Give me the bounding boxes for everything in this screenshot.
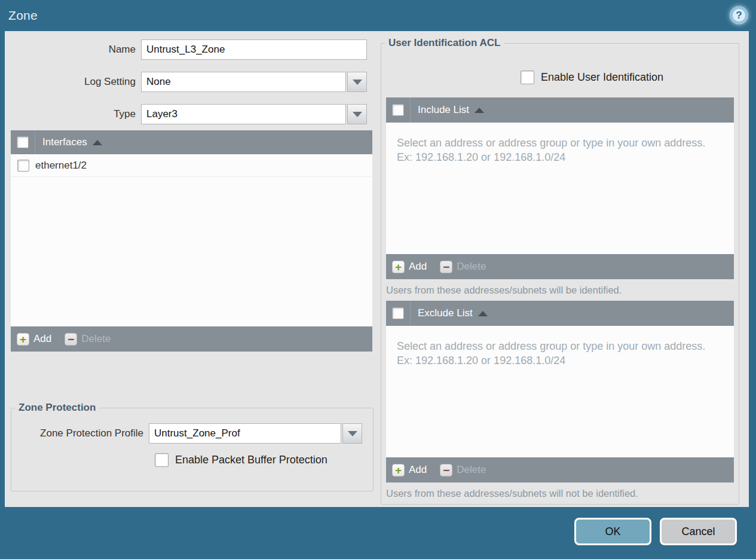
delete-interface-button[interactable]: − Delete <box>65 333 111 346</box>
include-list-table: Include List Select an address or addres… <box>386 97 734 279</box>
dialog-title: Zone <box>0 8 38 23</box>
exclude-add-label: Add <box>409 464 427 476</box>
include-delete-label: Delete <box>457 261 486 273</box>
enable-user-identification-row: Enable User Identification <box>521 71 663 84</box>
interfaces-table: Interfaces ethernet1/2 + Add − <box>11 130 372 352</box>
exclude-list-caption: Users from these addresses/subnets will … <box>386 488 638 499</box>
minus-icon: − <box>65 333 77 346</box>
packet-buffer-checkbox[interactable] <box>155 453 169 467</box>
interfaces-table-body: ethernet1/2 <box>11 154 372 326</box>
enable-user-identification-label: Enable User Identification <box>541 71 663 84</box>
zone-dialog: Zone ? Name Log Setting Type <box>0 0 756 559</box>
zone-protection-legend: Zone Protection <box>15 402 99 414</box>
log-setting-input[interactable] <box>141 72 346 92</box>
plus-icon: + <box>392 464 405 476</box>
add-interface-button[interactable]: + Add <box>17 333 51 346</box>
exclude-list-toolbar: + Add − Delete <box>386 457 734 482</box>
sort-ascending-icon <box>478 311 488 316</box>
ok-button[interactable]: OK <box>574 518 651 545</box>
log-setting-dropdown-button[interactable] <box>347 72 367 92</box>
include-delete-button[interactable]: − Delete <box>440 261 486 273</box>
include-add-label: Add <box>409 261 427 273</box>
exclude-delete-button[interactable]: − Delete <box>440 464 486 476</box>
zone-protection-profile-row: Zone Protection Profile <box>11 423 373 444</box>
include-select-all-checkbox[interactable] <box>392 104 404 116</box>
packet-buffer-label: Enable Packet Buffer Protection <box>175 454 328 466</box>
chevron-down-icon <box>348 431 357 436</box>
minus-icon: − <box>440 261 452 273</box>
dialog-titlebar: Zone ? <box>0 0 756 31</box>
table-row[interactable]: ethernet1/2 <box>11 154 372 177</box>
sort-ascending-icon <box>93 140 102 145</box>
exclude-list-header: Exclude List <box>386 301 734 326</box>
zone-protection-profile-input[interactable] <box>149 423 341 444</box>
interfaces-table-toolbar: + Add − Delete <box>11 326 372 352</box>
include-list-toolbar: + Add − Delete <box>386 254 734 279</box>
help-icon[interactable]: ? <box>730 7 748 24</box>
type-label: Type <box>5 108 141 120</box>
include-list-caption: Users from these addresses/subnets will … <box>386 285 622 296</box>
include-list-body[interactable]: Select an address or address group or ty… <box>386 123 734 254</box>
include-list-placeholder: Select an address or address group or ty… <box>386 123 709 165</box>
type-dropdown-button[interactable] <box>347 104 367 124</box>
zone-protection-profile-dropdown-button[interactable] <box>342 423 362 444</box>
exclude-delete-label: Delete <box>457 464 486 476</box>
minus-icon: − <box>440 464 452 476</box>
zone-protection-profile-label: Zone Protection Profile <box>11 427 149 439</box>
name-row: Name <box>5 39 367 60</box>
type-input[interactable] <box>141 104 346 124</box>
include-select-all-cell <box>386 97 411 123</box>
chevron-down-icon <box>353 112 362 117</box>
plus-icon: + <box>17 333 29 346</box>
interface-row-checkbox[interactable] <box>17 160 29 172</box>
interfaces-table-header: Interfaces <box>11 130 372 154</box>
add-button-label: Add <box>33 333 51 345</box>
exclude-list-placeholder: Select an address or address group or ty… <box>386 326 709 368</box>
row-checkbox-cell <box>11 154 35 176</box>
chevron-down-icon <box>353 80 362 85</box>
interfaces-column-header[interactable]: Interfaces <box>35 136 102 148</box>
interfaces-select-all-cell <box>11 130 35 154</box>
packet-buffer-row: Enable Packet Buffer Protection <box>155 453 373 467</box>
exclude-list-column-header[interactable]: Exclude List <box>411 307 488 319</box>
exclude-select-all-cell <box>386 301 411 326</box>
delete-button-label: Delete <box>81 333 111 345</box>
exclude-list-table: Exclude List Select an address or addres… <box>386 301 734 482</box>
dialog-body: Name Log Setting Type <box>5 31 749 507</box>
exclude-list-label: Exclude List <box>418 307 473 319</box>
name-label: Name <box>5 44 141 56</box>
zone-protection-section: Zone Protection Zone Protection Profile … <box>11 402 374 491</box>
include-list-column-header[interactable]: Include List <box>411 104 484 116</box>
interface-name: ethernet1/2 <box>35 160 87 172</box>
include-list-label: Include List <box>418 104 469 116</box>
name-input[interactable] <box>141 39 367 60</box>
exclude-add-button[interactable]: + Add <box>392 464 427 476</box>
exclude-select-all-checkbox[interactable] <box>392 307 404 319</box>
log-setting-label: Log Setting <box>5 76 141 88</box>
user-identification-acl-legend: User Identification ACL <box>385 37 504 49</box>
include-list-header: Include List <box>386 97 734 123</box>
interfaces-select-all-checkbox[interactable] <box>17 136 29 148</box>
include-add-button[interactable]: + Add <box>392 261 427 273</box>
enable-user-identification-checkbox[interactable] <box>521 71 534 84</box>
exclude-list-body[interactable]: Select an address or address group or ty… <box>386 326 734 457</box>
user-identification-acl-section: User Identification ACL Enable User Iden… <box>381 37 739 505</box>
type-row: Type <box>5 104 367 124</box>
plus-icon: + <box>392 261 405 273</box>
log-setting-row: Log Setting <box>5 72 367 92</box>
sort-ascending-icon <box>475 108 484 113</box>
cancel-button[interactable]: Cancel <box>660 518 737 545</box>
interfaces-column-label: Interfaces <box>42 136 87 148</box>
